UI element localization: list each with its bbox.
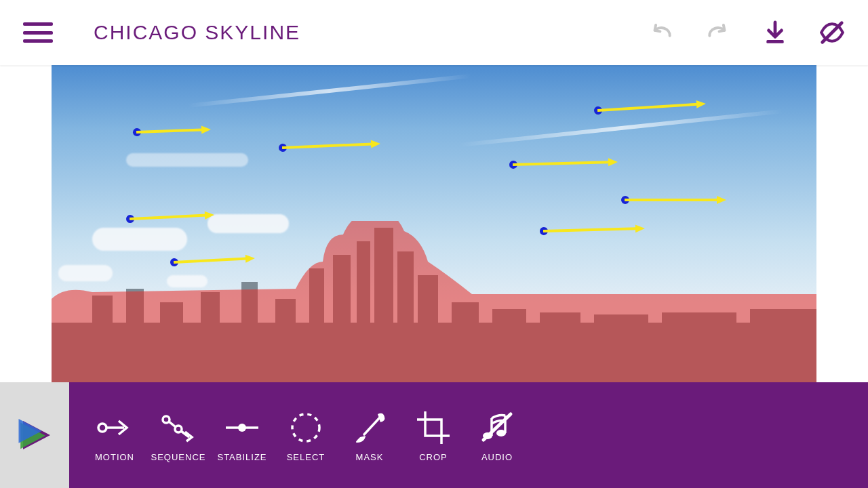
menu-icon[interactable] (23, 22, 53, 43)
tool-label: MASK (356, 452, 384, 462)
svg-rect-3 (52, 323, 816, 384)
svg-line-45 (169, 422, 176, 427)
app-header: CHICAGO SKYLINE (0, 0, 868, 65)
svg-line-22 (136, 129, 203, 132)
svg-rect-8 (241, 282, 258, 350)
svg-rect-7 (201, 292, 220, 353)
tool-audio[interactable]: AUDIO (465, 409, 529, 462)
motion-arrow[interactable] (136, 125, 211, 137)
svg-point-49 (292, 414, 319, 441)
audio-mute-icon (478, 409, 516, 447)
svg-marker-27 (696, 100, 707, 108)
svg-line-28 (513, 162, 610, 165)
motion-arrow[interactable] (543, 224, 645, 236)
motion-arrow[interactable] (130, 210, 215, 224)
tool-label: STABILIZE (217, 452, 267, 462)
svg-line-32 (130, 216, 206, 219)
svg-rect-12 (357, 241, 370, 350)
svg-point-44 (175, 426, 182, 432)
svg-rect-17 (492, 309, 526, 350)
bottom-bar: MOTION SEQUENCE STABILIZE SELECT (0, 382, 868, 488)
cloud-streak (188, 74, 471, 108)
tool-stabilize[interactable]: STABILIZE (210, 409, 274, 462)
play-button[interactable] (0, 382, 69, 488)
svg-rect-19 (594, 314, 648, 350)
svg-point-51 (496, 430, 506, 436)
svg-rect-10 (309, 268, 324, 350)
redo-icon[interactable] (705, 20, 731, 45)
svg-line-36 (174, 259, 247, 262)
tool-label: CROP (419, 452, 448, 462)
svg-rect-11 (333, 255, 351, 350)
tool-label: AUDIO (481, 452, 513, 462)
tool-sequence[interactable]: SEQUENCE (146, 409, 210, 462)
svg-marker-37 (245, 254, 256, 263)
motion-arrow[interactable] (597, 99, 707, 115)
canvas-area (0, 65, 868, 382)
cloud (167, 275, 208, 287)
stabilize-icon (223, 409, 261, 447)
svg-line-24 (282, 144, 372, 148)
svg-rect-9 (275, 299, 296, 353)
tool-label: SELECT (287, 452, 326, 462)
svg-rect-16 (452, 302, 479, 350)
cloud (58, 265, 113, 281)
motion-arrow[interactable] (174, 253, 256, 267)
download-icon[interactable] (762, 20, 788, 45)
cloud (126, 153, 248, 167)
brush-icon (351, 409, 389, 447)
svg-rect-4 (92, 296, 113, 350)
svg-rect-0 (766, 40, 783, 43)
svg-rect-21 (750, 309, 816, 350)
svg-rect-5 (126, 289, 144, 350)
cloud (92, 228, 187, 251)
svg-point-48 (238, 424, 246, 432)
play-icon (16, 417, 53, 453)
svg-line-52 (484, 414, 511, 440)
motion-arrow[interactable] (513, 157, 618, 169)
tool-select[interactable]: SELECT (274, 409, 338, 462)
svg-marker-23 (201, 125, 211, 134)
motion-arrow[interactable] (282, 139, 381, 152)
tool-label: MOTION (95, 452, 134, 462)
image-canvas[interactable] (52, 65, 816, 384)
visibility-off-icon[interactable] (819, 20, 845, 45)
tool-mask[interactable]: MASK (338, 409, 401, 462)
svg-marker-29 (608, 158, 618, 166)
svg-rect-15 (418, 275, 438, 350)
svg-marker-33 (205, 211, 215, 220)
crop-icon (414, 409, 452, 447)
svg-marker-35 (635, 224, 645, 232)
svg-rect-13 (374, 228, 393, 350)
svg-rect-18 (540, 312, 580, 350)
svg-marker-31 (717, 196, 726, 204)
svg-rect-14 (397, 251, 414, 353)
undo-icon[interactable] (648, 20, 674, 45)
sequence-icon (159, 409, 197, 447)
svg-point-41 (98, 424, 106, 432)
tool-crop[interactable]: CROP (401, 409, 465, 462)
tool-motion[interactable]: MOTION (83, 409, 146, 462)
tool-toolbar: MOTION SEQUENCE STABILIZE SELECT (69, 382, 868, 488)
svg-line-26 (597, 104, 698, 110)
cloud (208, 214, 289, 233)
motion-arrow-icon (96, 409, 134, 447)
svg-rect-20 (662, 312, 736, 350)
svg-rect-6 (160, 302, 183, 350)
motion-arrow[interactable] (625, 195, 726, 205)
header-actions (648, 20, 845, 45)
cloud-streak (459, 109, 783, 147)
svg-point-43 (163, 416, 170, 423)
svg-line-34 (543, 228, 637, 231)
tool-label: SEQUENCE (151, 452, 206, 462)
svg-marker-25 (371, 140, 380, 148)
document-title: CHICAGO SKYLINE (94, 21, 300, 44)
select-lasso-icon (287, 409, 325, 447)
